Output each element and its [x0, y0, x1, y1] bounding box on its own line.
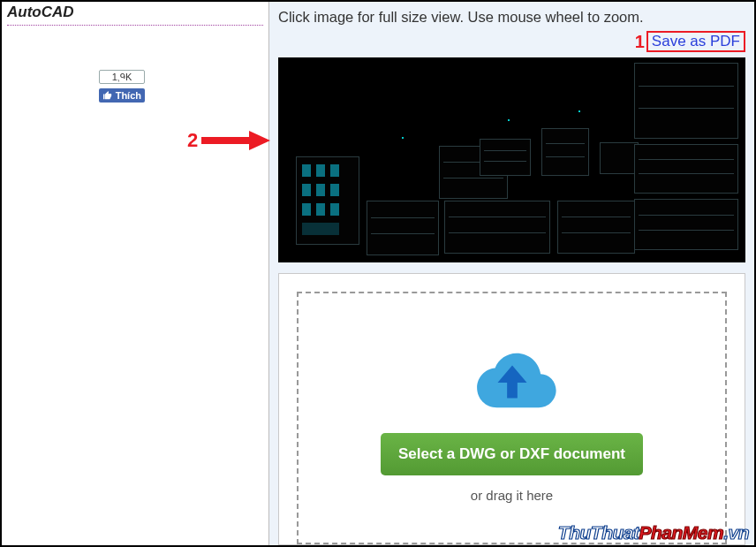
viewer-hint: Click image for full size view. Use mous… — [278, 9, 745, 26]
cloud-upload-icon — [465, 348, 560, 412]
cad-sheet — [634, 144, 738, 194]
annotation-marker-1: 1 — [635, 32, 645, 52]
svg-marker-1 — [249, 131, 270, 150]
divider — [7, 25, 263, 26]
svg-rect-0 — [201, 137, 251, 144]
fb-like-button[interactable]: Thích — [99, 88, 145, 103]
sidebar: AutoCAD 1,9K Thích — [2, 2, 269, 545]
select-file-button[interactable]: Select a DWG or DXF document — [381, 433, 643, 475]
fb-like-count: 1,9K — [99, 70, 145, 84]
cad-sheet — [296, 156, 359, 245]
cad-sheet — [480, 139, 531, 176]
cad-sheet — [367, 201, 439, 255]
upload-panel: Select a DWG or DXF document or drag it … — [278, 273, 745, 545]
cad-sheet — [557, 201, 635, 254]
fb-like-label: Thích — [116, 90, 141, 101]
main-content: Click image for full size view. Use mous… — [269, 2, 754, 545]
cad-sheet — [634, 199, 738, 250]
dropzone[interactable]: Select a DWG or DXF document or drag it … — [297, 292, 727, 544]
drawing-preview[interactable] — [278, 57, 745, 262]
thumbs-up-icon — [102, 90, 113, 101]
sidebar-title: AutoCAD — [7, 4, 263, 21]
annotation-marker-2: 2 — [187, 129, 198, 152]
cad-sheet — [634, 63, 738, 139]
facebook-like-widget[interactable]: 1,9K Thích — [99, 70, 145, 103]
cad-sheet — [444, 201, 550, 254]
cad-sheet — [541, 128, 589, 176]
cad-sheet — [600, 142, 639, 174]
save-as-pdf-link[interactable]: Save as PDF — [646, 31, 745, 52]
annotation-arrow-2: 2 — [187, 129, 270, 152]
drag-hint: or drag it here — [471, 488, 553, 503]
arrow-right-icon — [198, 131, 270, 150]
